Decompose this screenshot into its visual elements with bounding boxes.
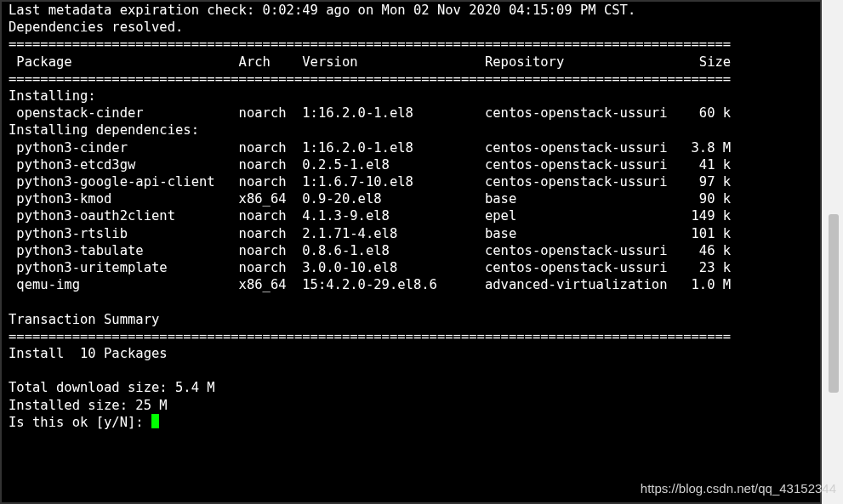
deps-resolved-line: Dependencies resolved. (9, 19, 813, 36)
scrollbar-gutter (822, 0, 843, 504)
scrollbar-track[interactable] (825, 0, 835, 504)
blank-line-2 (9, 362, 813, 379)
package-row: python3-uritemplate noarch 3.0.0-10.el8 … (9, 259, 813, 276)
package-row: python3-oauth2client noarch 4.1.3-9.el8 … (9, 207, 813, 224)
section-installing: Installing: (9, 88, 813, 105)
section-installing-deps: Installing dependencies: (9, 122, 813, 139)
blank-line-1 (9, 293, 813, 310)
scrollbar-thumb[interactable] (829, 214, 839, 393)
package-row: python3-cinder noarch 1:16.2.0-1.el8 cen… (9, 139, 813, 156)
txn-summary: Transaction Summary (9, 311, 813, 328)
confirm-prompt[interactable]: Is this ok [y/N]: (9, 414, 813, 431)
terminal-output: Last metadata expiration check: 0:02:49 … (0, 0, 822, 504)
prompt-text: Is this ok [y/N]: (9, 415, 151, 430)
install-count: Install 10 Packages (9, 345, 813, 362)
cursor-icon (151, 414, 159, 428)
download-size: Total download size: 5.4 M (9, 379, 813, 396)
packages-installing: openstack-cinder noarch 1:16.2.0-1.el8 c… (9, 105, 813, 122)
package-row: qemu-img x86_64 15:4.2.0-29.el8.6 advanc… (9, 276, 813, 293)
column-headers: Package Arch Version Repository Size (9, 54, 813, 71)
package-row: python3-etcd3gw noarch 0.2.5-1.el8 cento… (9, 156, 813, 173)
package-row: python3-rtslib noarch 2.1.71-4.el8 base … (9, 225, 813, 242)
package-row: python3-google-api-client noarch 1:1.6.7… (9, 173, 813, 190)
package-row: openstack-cinder noarch 1:16.2.0-1.el8 c… (9, 105, 813, 122)
packages-deps: python3-cinder noarch 1:16.2.0-1.el8 cen… (9, 139, 813, 294)
rule-under-header: ========================================… (9, 71, 813, 88)
installed-size: Installed size: 25 M (9, 397, 813, 414)
rule-under-summary: ========================================… (9, 328, 813, 345)
rule-top: ========================================… (9, 36, 813, 53)
package-row: python3-kmod x86_64 0.9-20.el8 base 90 k (9, 190, 813, 207)
package-row: python3-tabulate noarch 0.8.6-1.el8 cent… (9, 242, 813, 259)
metadata-line: Last metadata expiration check: 0:02:49 … (9, 2, 813, 19)
